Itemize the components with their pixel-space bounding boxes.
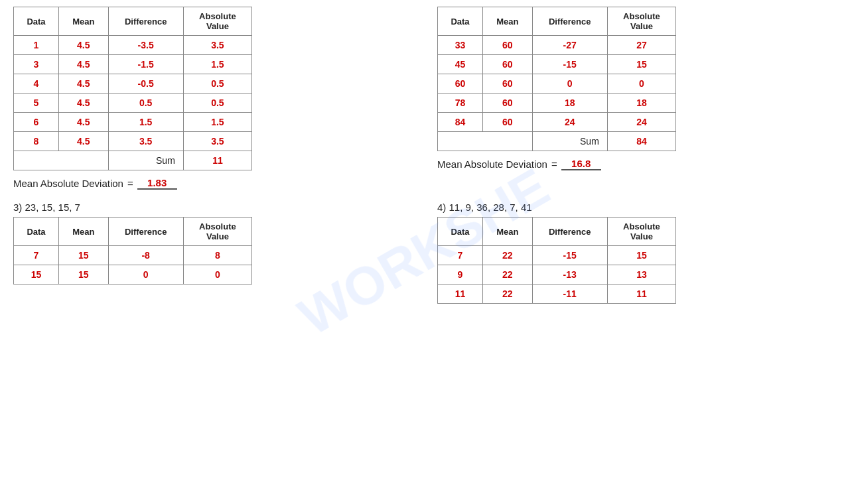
sum-value: 11 — [183, 151, 251, 170]
cell-abs: 1.5 — [183, 113, 251, 132]
cell-data: 5 — [14, 94, 59, 113]
mad-text-tr: Mean Absolute Deviation — [437, 158, 547, 170]
cell-diff: 3.5 — [108, 132, 183, 151]
col-header-absval-br: AbsoluteValue — [607, 218, 675, 246]
cell-mean: 22 — [483, 246, 532, 265]
cell-mean: 22 — [483, 265, 532, 284]
cell-diff: -13 — [532, 265, 607, 284]
cell-data: 4 — [14, 74, 59, 94]
cell-abs: 1.5 — [183, 55, 251, 74]
sum-row: Sum 11 — [14, 151, 252, 170]
mad-eq-tl: = — [127, 178, 133, 189]
cell-data: 9 — [438, 265, 483, 284]
cell-mean: 15 — [59, 246, 108, 265]
cell-data: 6 — [14, 113, 59, 132]
cell-diff: -27 — [532, 36, 607, 55]
cell-abs: 0.5 — [183, 74, 251, 94]
empty-cell — [14, 151, 109, 170]
mad-line-tr: Mean Absolute Deviation = 16.8 — [437, 158, 835, 170]
top-left-section: Data Mean Difference AbsoluteValue 1 4.5… — [13, 7, 411, 190]
top-right-table: Data Mean Difference AbsoluteValue 33 60… — [437, 7, 676, 151]
sum-row: Sum 84 — [438, 132, 676, 151]
col-header-mean-bl: Mean — [59, 218, 108, 246]
empty-cell — [438, 132, 533, 151]
cell-abs: 3.5 — [183, 36, 251, 55]
cell-data: 78 — [438, 94, 483, 113]
col-header-diff-br: Difference — [532, 218, 607, 246]
cell-data: 3 — [14, 55, 59, 74]
table-row: 60 60 0 0 — [438, 74, 676, 94]
cell-abs: 13 — [607, 265, 675, 284]
cell-diff: 0.5 — [108, 94, 183, 113]
cell-abs: 15 — [607, 55, 675, 74]
problem-3-label: 3) 23, 15, 15, 7 — [13, 202, 411, 213]
cell-mean: 60 — [483, 113, 532, 132]
cell-abs: 24 — [607, 113, 675, 132]
cell-diff: -8 — [108, 246, 183, 265]
cell-abs: 3.5 — [183, 132, 251, 151]
table-row: 45 60 -15 15 — [438, 55, 676, 74]
cell-diff: 24 — [532, 113, 607, 132]
table-row: 11 22 -11 11 — [438, 284, 676, 304]
mad-value-tl: 1.83 — [137, 177, 177, 190]
table-row: 5 4.5 0.5 0.5 — [14, 94, 252, 113]
cell-data: 7 — [14, 246, 59, 265]
cell-diff: 1.5 — [108, 113, 183, 132]
cell-data: 45 — [438, 55, 483, 74]
table-row: 33 60 -27 27 — [438, 36, 676, 55]
table-row: 78 60 18 18 — [438, 94, 676, 113]
cell-diff: 0 — [532, 74, 607, 94]
col-header-absval-tl: AbsoluteValue — [183, 7, 251, 36]
cell-diff: -3.5 — [108, 36, 183, 55]
cell-data: 11 — [438, 284, 483, 304]
cell-mean: 60 — [483, 55, 532, 74]
col-header-diff-tl: Difference — [108, 7, 183, 36]
cell-diff: -0.5 — [108, 74, 183, 94]
cell-abs: 0 — [183, 265, 251, 284]
table-row: 9 22 -13 13 — [438, 265, 676, 284]
table-row: 15 15 0 0 — [14, 265, 252, 284]
cell-mean: 15 — [59, 265, 108, 284]
bottom-right-section: 4) 11, 9, 36, 28, 7, 41 Data Mean Differ… — [437, 202, 835, 304]
cell-diff: -1.5 — [108, 55, 183, 74]
sum-value: 84 — [607, 132, 675, 151]
col-header-mean-tr: Mean — [483, 7, 532, 36]
bottom-right-table: Data Mean Difference AbsoluteValue 7 22 … — [437, 217, 676, 304]
cell-data: 60 — [438, 74, 483, 94]
cell-data: 7 — [438, 246, 483, 265]
mad-eq-tr: = — [551, 158, 557, 170]
cell-diff: 18 — [532, 94, 607, 113]
sum-label: Sum — [532, 132, 607, 151]
col-header-absval-tr: AbsoluteValue — [607, 7, 675, 36]
cell-mean: 4.5 — [59, 55, 108, 74]
cell-diff: 0 — [108, 265, 183, 284]
cell-data: 33 — [438, 36, 483, 55]
cell-abs: 8 — [183, 246, 251, 265]
cell-mean: 60 — [483, 36, 532, 55]
col-header-data-tl: Data — [14, 7, 59, 36]
top-left-table: Data Mean Difference AbsoluteValue 1 4.5… — [13, 7, 252, 170]
cell-abs: 27 — [607, 36, 675, 55]
cell-mean: 4.5 — [59, 74, 108, 94]
mad-line-tl: Mean Absolute Deviation = 1.83 — [13, 177, 411, 190]
cell-mean: 22 — [483, 284, 532, 304]
cell-data: 15 — [14, 265, 59, 284]
cell-abs: 15 — [607, 246, 675, 265]
cell-abs: 18 — [607, 94, 675, 113]
cell-mean: 60 — [483, 94, 532, 113]
mad-value-tr: 16.8 — [561, 158, 601, 170]
cell-abs: 0 — [607, 74, 675, 94]
cell-abs: 11 — [607, 284, 675, 304]
col-header-diff-tr: Difference — [532, 7, 607, 36]
table-row: 84 60 24 24 — [438, 113, 676, 132]
sum-label: Sum — [108, 151, 183, 170]
table-row: 6 4.5 1.5 1.5 — [14, 113, 252, 132]
table-row: 4 4.5 -0.5 0.5 — [14, 74, 252, 94]
table-row: 7 22 -15 15 — [438, 246, 676, 265]
col-header-mean-tl: Mean — [59, 7, 108, 36]
cell-mean: 60 — [483, 74, 532, 94]
cell-data: 84 — [438, 113, 483, 132]
col-header-absval-bl: AbsoluteValue — [183, 218, 251, 246]
table-row: 1 4.5 -3.5 3.5 — [14, 36, 252, 55]
cell-data: 1 — [14, 36, 59, 55]
